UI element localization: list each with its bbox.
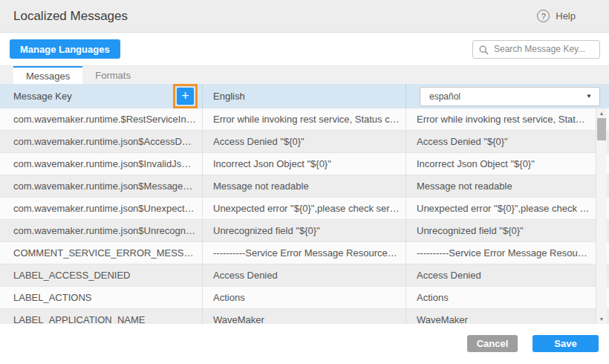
grid-header: Message Key + English español ▼ (0, 84, 609, 108)
add-message-button[interactable]: + (177, 88, 194, 105)
table-row[interactable]: COMMENT_SERVICE_ERROR_MESSAGES ---------… (0, 242, 609, 264)
column-header-message-key-cell: Message Key + (0, 84, 203, 108)
cancel-button[interactable]: Cancel (467, 335, 518, 352)
cell-english[interactable]: Actions (203, 287, 406, 308)
column-header-english: English (213, 91, 245, 102)
cell-english[interactable]: Unexpected error "${0}",please check ser… (203, 198, 406, 219)
cell-espanol[interactable]: Unrecognized field "${0}" (406, 220, 609, 241)
cell-english[interactable]: Unrecognized field "${0}" (203, 220, 406, 241)
cell-message-key[interactable]: com.wavemaker.runtime.$RestServiceInv… (0, 108, 203, 130)
scrollbar-thumb[interactable] (597, 118, 606, 140)
search-input[interactable] (472, 40, 600, 59)
cell-message-key[interactable]: com.wavemaker.runtime.json$MessageN… (0, 175, 203, 197)
cell-espanol[interactable]: Message not readable (406, 175, 609, 197)
search-icon (479, 45, 489, 58)
manage-languages-button[interactable]: Manage Languages (10, 39, 120, 59)
tab-messages[interactable]: Messages (13, 66, 82, 84)
column-header-message-key: Message Key (13, 91, 72, 102)
cell-espanol[interactable]: Unexpected error "${0}",please check se… (406, 198, 609, 219)
cell-english[interactable]: Access Denied "${0}" (203, 131, 406, 152)
titlebar: Localized Messages ? Help (0, 0, 609, 33)
cell-english[interactable]: WaveMaker (203, 309, 406, 324)
cell-english[interactable]: Error while invoking rest service, Statu… (203, 108, 406, 130)
language-select[interactable]: español ▼ (420, 87, 600, 106)
table-row[interactable]: com.wavemaker.runtime.$RestServiceInv… E… (0, 108, 609, 131)
save-button[interactable]: Save (533, 335, 599, 352)
cell-espanol[interactable]: ----------Service Error Message Resource… (406, 242, 609, 264)
table-row[interactable]: LABEL_APPLICATION_NAME WaveMaker WaveMak… (0, 309, 609, 324)
tab-formats[interactable]: Formats (82, 66, 143, 84)
cell-espanol[interactable]: Access Denied (406, 264, 609, 286)
cell-english[interactable]: Access Denied (203, 264, 406, 286)
cell-message-key[interactable]: LABEL_APPLICATION_NAME (0, 309, 203, 324)
column-header-english-cell: English (203, 84, 406, 108)
table-row[interactable]: LABEL_ACCESS_DENIED Access Denied Access… (0, 264, 609, 287)
cell-message-key[interactable]: LABEL_ACTIONS (0, 287, 203, 308)
cell-espanol[interactable]: Access Denied "${0}" (406, 131, 609, 152)
table-row[interactable]: com.wavemaker.runtime.json$Unexpecte… Un… (0, 198, 609, 220)
table-row[interactable]: LABEL_ACTIONS Actions Actions (0, 287, 609, 309)
chevron-down-icon: ▼ (586, 93, 592, 100)
search-box (472, 40, 600, 59)
cell-message-key[interactable]: com.wavemaker.runtime.json$Unrecogniz… (0, 220, 203, 241)
cell-english[interactable]: ----------Service Error Message Resource… (203, 242, 406, 264)
cell-espanol[interactable]: Actions (406, 287, 609, 308)
table-row[interactable]: com.wavemaker.runtime.json$MessageN… Mes… (0, 175, 609, 198)
toolbar: Manage Languages (0, 33, 609, 65)
localized-messages-dialog: Localized Messages ? Help Manage Languag… (0, 0, 609, 364)
vertical-scrollbar[interactable]: ▲ ▼ (596, 108, 607, 324)
tabbar: Messages Formats (0, 65, 609, 84)
footer: Cancel Save (0, 324, 609, 364)
scroll-down-icon[interactable]: ▼ (596, 316, 607, 322)
cell-message-key[interactable]: com.wavemaker.runtime.json$AccessDen… (0, 131, 203, 152)
cell-english[interactable]: Message not readable (203, 175, 406, 197)
column-header-language-cell: español ▼ (406, 84, 609, 108)
grid-body-viewport: com.wavemaker.runtime.$RestServiceInv… E… (0, 108, 609, 324)
scroll-up-icon[interactable]: ▲ (596, 111, 607, 116)
plus-icon: + (181, 88, 189, 103)
table-row[interactable]: com.wavemaker.runtime.json$Unrecogniz… U… (0, 220, 609, 242)
annotation-highlight: + (173, 84, 198, 108)
grid-body: com.wavemaker.runtime.$RestServiceInv… E… (0, 108, 609, 324)
cell-message-key[interactable]: COMMENT_SERVICE_ERROR_MESSAGES (0, 242, 203, 264)
language-select-value: español (429, 91, 460, 102)
cell-message-key[interactable]: com.wavemaker.runtime.json$Unexpecte… (0, 198, 203, 219)
help-icon: ? (537, 10, 550, 22)
cell-english[interactable]: Incorrect Json Object "${0}" (203, 153, 406, 175)
cell-espanol[interactable]: WaveMaker (406, 309, 609, 324)
cell-message-key[interactable]: LABEL_ACCESS_DENIED (0, 264, 203, 286)
cell-espanol[interactable]: Incorrect Json Object "${0}" (406, 153, 609, 175)
page-title: Localized Messages (13, 9, 128, 24)
help-label: Help (556, 10, 576, 22)
cell-espanol[interactable]: Error while invoking rest service, Statu… (406, 108, 609, 130)
table-row[interactable]: com.wavemaker.runtime.json$InvalidJson… … (0, 153, 609, 175)
table-row[interactable]: com.wavemaker.runtime.json$AccessDen… Ac… (0, 131, 609, 153)
cell-message-key[interactable]: com.wavemaker.runtime.json$InvalidJson… (0, 153, 203, 175)
help-button[interactable]: ? Help (537, 10, 576, 22)
